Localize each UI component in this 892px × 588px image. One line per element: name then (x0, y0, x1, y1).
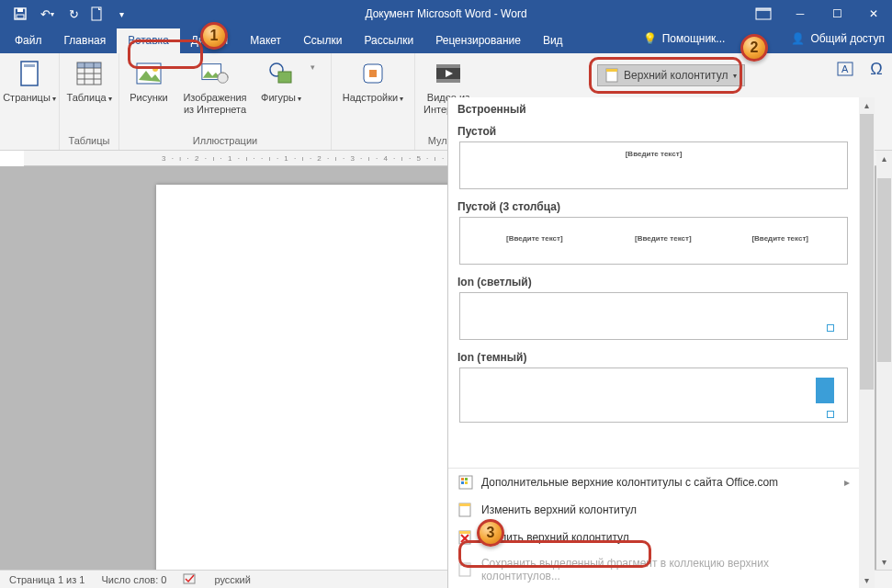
ribbon-options-icon[interactable] (745, 0, 782, 28)
gallery-more-office[interactable]: Дополнительные верхние колонтитулы с сай… (448, 469, 859, 496)
qat-customize-icon[interactable]: ▾ (110, 3, 132, 25)
table-label: Таблица (66, 92, 111, 103)
pictures-label: Рисунки (130, 92, 168, 103)
gallery-item-blank[interactable]: [Введите текст] (459, 141, 848, 189)
header-gallery: Встроенный Пустой [Введите текст] Пустой… (447, 97, 875, 588)
chevron-down-icon: ▾ (733, 72, 737, 80)
svg-rect-45 (459, 563, 470, 566)
close-button[interactable]: ✕ (855, 0, 892, 28)
placeholder-text: [Введите текст] (506, 234, 563, 243)
spellcheck-icon[interactable] (183, 573, 198, 586)
svg-rect-32 (606, 69, 617, 72)
addins-icon (358, 59, 388, 88)
new-doc-icon[interactable] (86, 3, 108, 25)
video-icon (434, 59, 463, 88)
titlebar: ↶▾ ↻ ▾ Документ Microsoft Word - Word ─ … (0, 0, 892, 28)
svg-rect-14 (77, 62, 101, 68)
svg-rect-1 (17, 8, 23, 12)
gallery-item-title-ion-dark: Ion (темный) (448, 345, 859, 368)
svg-rect-2 (17, 15, 24, 18)
svg-rect-7 (24, 64, 35, 67)
gallery-more-label: Дополнительные верхние колонтитулы с сай… (481, 476, 778, 489)
office-icon (457, 474, 474, 491)
group-addins: Надстройки (332, 53, 415, 150)
gallery-scroll-thumb[interactable] (860, 114, 874, 390)
tab-mailings[interactable]: Рассылки (353, 28, 424, 53)
gallery-item-ion-light[interactable] (459, 292, 848, 340)
shapes-button[interactable]: Фигуры (257, 59, 305, 103)
symbol-omega-icon[interactable]: Ω (866, 59, 886, 79)
gallery-section-builtin: Встроенный (448, 97, 859, 119)
status-language[interactable]: русский (214, 574, 250, 585)
addins-button[interactable]: Надстройки (337, 59, 409, 103)
tab-view[interactable]: Вид (532, 28, 574, 53)
status-page[interactable]: Страница 1 из 1 (9, 574, 85, 585)
callout-marker-2: 2 (740, 34, 768, 62)
share-icon[interactable]: 👤 (791, 32, 805, 45)
pages-button[interactable]: Страницы (6, 59, 53, 103)
tab-review[interactable]: Рецензирование (424, 28, 532, 53)
callout-marker-1: 1 (200, 22, 228, 50)
scroll-up-icon[interactable]: ▴ (859, 97, 875, 113)
gallery-scrollbar[interactable]: ▴ ▾ (859, 97, 875, 588)
group-label-pages (6, 146, 53, 148)
tab-references[interactable]: Ссылки (292, 28, 353, 53)
svg-rect-37 (465, 481, 468, 484)
tab-home[interactable]: Главная (53, 28, 118, 53)
placeholder-text: [Введите текст] (626, 150, 683, 158)
svg-point-17 (152, 66, 158, 72)
gallery-footer: Дополнительные верхние колонтитулы с сай… (448, 468, 859, 588)
tab-share[interactable]: Общий доступ (810, 32, 885, 45)
smartart-col[interactable]: ▾ (311, 59, 325, 72)
svg-rect-34 (461, 478, 464, 481)
group-label-tables: Таблицы (65, 135, 113, 148)
maximize-button[interactable]: ☐ (819, 0, 855, 28)
table-button[interactable]: Таблица (65, 59, 113, 103)
scrollbar-thumb[interactable] (877, 178, 891, 362)
gallery-item-ion-dark[interactable] (459, 368, 848, 423)
group-tables: Таблица Таблицы (60, 53, 119, 150)
scroll-down-icon[interactable]: ▾ (859, 572, 875, 588)
callout-marker-3: 3 (477, 519, 504, 547)
tab-tellme[interactable]: Помощник... (662, 32, 726, 45)
pictures-button[interactable]: Рисунки (125, 59, 173, 103)
gallery-item-3col[interactable]: [Введите текст] [Введите текст] [Введите… (459, 217, 848, 265)
remove-header-icon (457, 529, 474, 546)
group-illustrations: Рисунки Изображения из Интернета Фигуры … (119, 53, 332, 150)
table-icon (74, 59, 104, 88)
gallery-save-selection[interactable]: Сохранить выделенный фрагмент в коллекци… (448, 551, 859, 588)
group-label-addins (337, 146, 409, 148)
gallery-edit-header[interactable]: Изменить верхний колонтитул (448, 496, 859, 524)
svg-rect-41 (459, 531, 470, 534)
tab-layout[interactable]: Макет (239, 28, 292, 53)
group-label-illustrations: Иллюстрации (125, 135, 325, 148)
edit-header-icon (457, 502, 474, 518)
tab-insert[interactable]: Вставка (117, 28, 180, 53)
minimize-button[interactable]: ─ (782, 0, 819, 28)
textbox-icon[interactable]: A (835, 59, 855, 79)
header-dropdown-button[interactable]: Верхний колонтитул ▾ (597, 64, 745, 86)
scroll-down-icon[interactable]: ▾ (876, 554, 892, 570)
placeholder-text: [Введите текст] (751, 234, 808, 243)
online-pictures-label-2: из Интернета (184, 104, 246, 115)
page-icon (15, 59, 44, 88)
svg-rect-22 (278, 72, 291, 83)
tab-file[interactable]: Файл (4, 28, 53, 53)
pages-label: Страницы (3, 92, 56, 103)
redo-icon[interactable]: ↻ (62, 3, 85, 25)
save-icon[interactable] (9, 3, 31, 25)
shapes-icon (266, 59, 296, 88)
ion-page-number-icon (827, 324, 834, 332)
online-pictures-button[interactable]: Изображения из Интернета (178, 59, 252, 115)
pictures-icon (134, 59, 164, 88)
save-selection-icon (457, 561, 474, 578)
quick-access-toolbar: ↶▾ ↻ ▾ (0, 0, 132, 28)
scroll-up-icon[interactable]: ▴ (876, 151, 892, 166)
shapes-label: Фигуры (261, 92, 301, 103)
placeholder-text: [Введите текст] (635, 234, 692, 243)
gallery-remove-header[interactable]: Удалить верхний колонтитул (448, 524, 859, 551)
vertical-scrollbar[interactable]: ▴ ▾ (876, 151, 892, 570)
undo-icon[interactable]: ↶▾ (33, 3, 61, 25)
status-words[interactable]: Число слов: 0 (101, 574, 166, 585)
tellme-icon[interactable]: 💡 (643, 32, 657, 45)
